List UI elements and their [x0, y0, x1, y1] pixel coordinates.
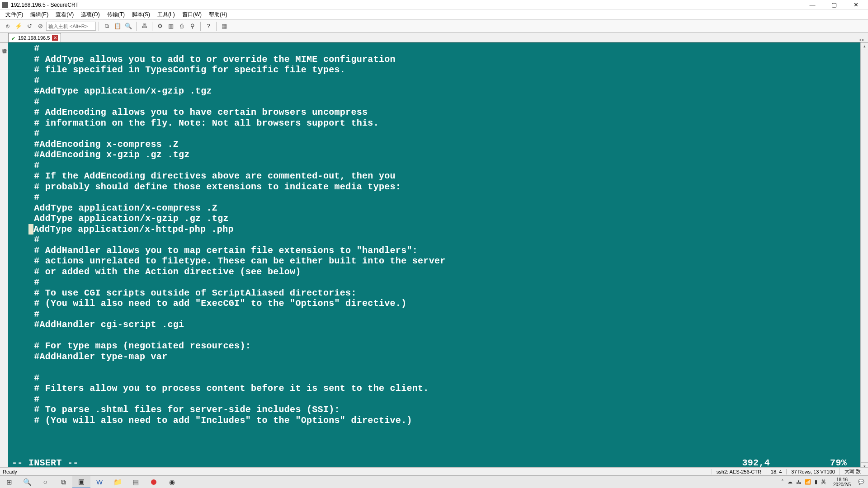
window-titlebar: 192.168.196.5 - SecureCRT — ▢ ✕: [0, 0, 868, 10]
tray-date: 2020/2/5: [833, 482, 851, 487]
cortana-icon[interactable]: ○: [36, 476, 54, 488]
tab-nav: ◂ ▸: [859, 37, 866, 42]
taskbar-explorer[interactable]: 📁: [108, 476, 127, 488]
new-tab-icon[interactable]: ▦: [219, 21, 229, 31]
connected-icon: ✔: [11, 36, 16, 40]
print-icon[interactable]: 🖶: [139, 21, 149, 31]
session-options-icon[interactable]: ▥: [166, 21, 176, 31]
tray-notifications-icon[interactable]: 💬: [858, 479, 864, 485]
search-icon[interactable]: 🔍: [18, 476, 36, 488]
disconnect-icon[interactable]: ⊘: [35, 21, 45, 31]
maximize-button[interactable]: ▢: [827, 1, 841, 9]
start-button[interactable]: ⊞: [0, 476, 18, 488]
tray-network-icon[interactable]: 🖧: [796, 479, 801, 485]
log-icon[interactable]: ⎙: [177, 21, 187, 31]
status-protocol: ssh2: AES-256-CTR: [712, 469, 766, 474]
system-tray: ˄ ☁ 🖧 📶 ▮ 英 18:16 2020/2/5 💬: [781, 476, 868, 488]
app-icon: [2, 2, 8, 8]
terminal-container: # # AddType allows you to add to or over…: [8, 42, 868, 470]
close-button[interactable]: ✕: [849, 1, 863, 9]
menu-transfer[interactable]: 传输(T): [105, 10, 127, 19]
taskview-icon[interactable]: ⧉: [54, 476, 72, 488]
menu-file[interactable]: 文件(F): [4, 10, 25, 19]
menu-options[interactable]: 选项(O): [79, 10, 101, 19]
toolbar-separator: [200, 22, 201, 31]
toolbar-separator: [99, 22, 99, 31]
tray-clock[interactable]: 18:16 2020/2/5: [830, 476, 854, 488]
status-bar: Ready ssh2: AES-256-CTR 18, 4 37 Rows, 1…: [0, 467, 868, 475]
toolbar-separator: [152, 22, 152, 31]
taskbar-securecrt[interactable]: ▣: [72, 476, 90, 488]
help-icon[interactable]: ?: [203, 21, 213, 31]
copy-icon[interactable]: ⧉: [102, 21, 112, 31]
minimize-button[interactable]: —: [806, 1, 819, 9]
menu-view[interactable]: 查看(V): [54, 10, 75, 19]
terminal[interactable]: # # AddType allows you to add to or over…: [8, 42, 860, 470]
window-controls: — ▢ ✕: [806, 1, 866, 9]
taskbar-chrome[interactable]: ◉: [163, 476, 181, 488]
menu-tools[interactable]: 工具(L): [156, 10, 177, 19]
vim-position: 392,4: [742, 458, 770, 469]
find-icon[interactable]: 🔍: [123, 21, 133, 31]
toolbar: ⎋ ⚡ ↺ ⊘ ⧉ 📋 🔍 🖶 ⚙ ▥ ⎙ ⚲ ? ▦: [0, 20, 868, 33]
session-tab[interactable]: ✔ 192.168.196.5 ✕: [8, 33, 61, 42]
menu-window[interactable]: 窗口(W): [180, 10, 203, 19]
trace-icon[interactable]: ⚲: [188, 21, 198, 31]
toolbar-separator: [136, 22, 137, 31]
tray-chevron-icon[interactable]: ˄: [781, 479, 784, 485]
menu-bar: 文件(F) 编辑(E) 查看(V) 选项(O) 传输(T) 脚本(S) 工具(L…: [0, 10, 868, 20]
status-caps: 大写 数: [840, 468, 865, 475]
window-title: 192.168.196.5 - SecureCRT: [11, 2, 806, 8]
status-ready: Ready: [3, 469, 712, 474]
vim-percent: 79%: [830, 458, 847, 469]
settings-icon[interactable]: ⚙: [155, 21, 165, 31]
tab-prev-icon[interactable]: ◂: [859, 37, 861, 42]
tab-strip: ✔ 192.168.196.5 ✕ ◂ ▸: [0, 33, 868, 42]
reconnect-icon[interactable]: ↺: [24, 21, 34, 31]
menu-edit[interactable]: 编辑(E): [28, 10, 50, 19]
tray-battery-icon[interactable]: ▮: [815, 479, 817, 485]
quick-connect-icon[interactable]: ⚡: [14, 21, 24, 31]
vim-mode: -- INSERT --: [12, 458, 79, 469]
taskbar-vmware[interactable]: ▤: [127, 476, 145, 488]
tab-label: 192.168.196.5: [18, 35, 50, 41]
status-termsize: 37 Rows, 13 VT100: [786, 469, 840, 474]
windows-taskbar: ⊞ 🔍 ○ ⧉ ▣ W 📁 ▤ ◉ ˄ ☁ 🖧 📶 ▮ 英 18:16 2020…: [0, 475, 868, 488]
menu-help[interactable]: 帮助(H): [207, 10, 229, 19]
paste-icon[interactable]: 📋: [113, 21, 123, 31]
connect-icon[interactable]: ⎋: [3, 21, 13, 31]
tray-onedrive-icon[interactable]: ☁: [788, 479, 793, 485]
taskbar-record[interactable]: [145, 476, 163, 488]
terminal-scrollbar[interactable]: [860, 42, 868, 470]
tab-next-icon[interactable]: ▸: [862, 37, 864, 42]
taskbar-word[interactable]: W: [90, 476, 108, 488]
tab-close-icon[interactable]: ✕: [52, 35, 58, 41]
toolbar-separator: [216, 22, 217, 31]
tray-ime[interactable]: 英: [821, 479, 826, 485]
host-input[interactable]: [46, 22, 96, 31]
status-cursor: 18, 4: [766, 469, 786, 474]
tray-time: 18:16: [833, 477, 851, 482]
menu-script[interactable]: 脚本(S): [130, 10, 152, 19]
tray-wifi-icon[interactable]: 📶: [805, 479, 811, 485]
